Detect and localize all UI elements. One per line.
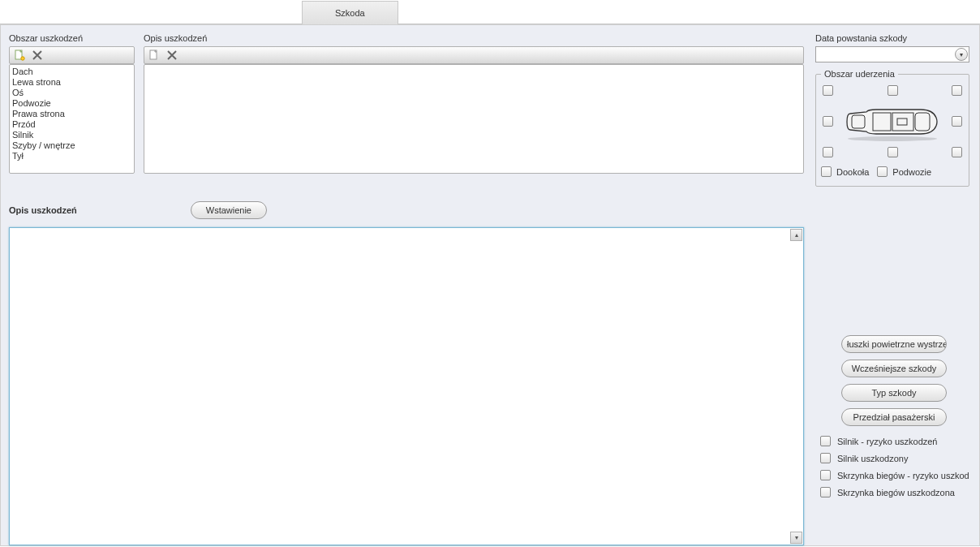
gearbox-damaged-checkbox[interactable] (820, 487, 831, 497)
impact-bot-left-checkbox[interactable] (823, 147, 833, 157)
new-icon[interactable] (148, 49, 161, 62)
engine-risk-checkbox[interactable] (820, 436, 831, 446)
damage-desc-list[interactable] (144, 64, 804, 174)
impact-grid (821, 85, 964, 157)
list-item[interactable]: Przód (12, 119, 131, 130)
description-title: Opis uszkodzeń (9, 205, 77, 215)
list-item[interactable]: Prawa strona (12, 109, 131, 119)
svg-point-3 (848, 136, 937, 141)
damage-area-panel: Obszar uszkodzeń Dach Lewa strona Oś Pod… (9, 33, 135, 174)
impact-top-right-checkbox[interactable] (952, 85, 962, 96)
gearbox-risk-checkbox[interactable] (820, 470, 831, 480)
impact-around-label: Dookoła (836, 167, 869, 177)
engine-damaged-label: Silnik uszkodzony (837, 454, 908, 463)
list-item[interactable]: Silnik (12, 130, 131, 140)
airbags-button[interactable]: łuszki powietrzne wystrze (841, 335, 947, 353)
list-item[interactable]: Podwozie (12, 98, 131, 109)
list-item[interactable]: Dach (12, 67, 131, 77)
impact-area-legend: Obszar uderzenia (821, 69, 898, 79)
impact-top-center-checkbox[interactable] (888, 85, 898, 96)
list-item[interactable]: Szyby / wnętrze (12, 140, 131, 151)
impact-top-left-checkbox[interactable] (823, 85, 833, 96)
damage-date-input[interactable]: ▾ (815, 46, 969, 62)
right-button-stack: łuszki powietrzne wystrze Wcześniejsze s… (841, 335, 955, 426)
impact-area-group: Obszar uderzenia (815, 69, 969, 187)
dropdown-icon[interactable]: ▾ (955, 48, 968, 61)
delete-icon[interactable] (31, 49, 44, 62)
right-checkbox-stack: Silnik - ryzyko uszkodzeń Silnik uszkodz… (820, 436, 979, 497)
list-item[interactable]: Oś (12, 88, 131, 98)
impact-mid-right-checkbox[interactable] (952, 116, 962, 127)
damage-desc-panel: Opis uszkodzeń (144, 33, 804, 174)
damage-desc-label: Opis uszkodzeń (144, 33, 804, 43)
impact-chassis-label: Podwozie (892, 167, 931, 177)
date-label: Data powstania szkody (815, 33, 973, 43)
impact-mid-left-checkbox[interactable] (823, 116, 833, 127)
list-item[interactable]: Lewa strona (12, 77, 131, 88)
svg-point-1 (21, 57, 24, 60)
description-textarea-wrap: ▴ ▾ (9, 227, 804, 545)
impact-around-checkbox[interactable] (821, 166, 832, 177)
damage-type-button[interactable]: Typ szkody (841, 384, 947, 402)
damage-area-toolbar (9, 46, 135, 64)
tab-bar: Szkoda (0, 0, 980, 24)
scroll-up-icon[interactable]: ▴ (790, 229, 802, 241)
impact-extra-row: Dookoła Podwozie (821, 166, 964, 177)
gearbox-risk-label: Skrzynka biegów - ryzyko uszkod (837, 471, 969, 480)
gearbox-damaged-label: Skrzynka biegów uszkodzona (837, 488, 955, 497)
damage-desc-toolbar (144, 46, 804, 64)
scroll-down-icon[interactable]: ▾ (790, 532, 802, 544)
delete-icon[interactable] (165, 49, 178, 62)
impact-bot-right-checkbox[interactable] (952, 147, 962, 157)
damage-area-list[interactable]: Dach Lewa strona Oś Podwozie Prawa stron… (9, 64, 135, 174)
impact-chassis-checkbox[interactable] (877, 166, 888, 177)
engine-damaged-checkbox[interactable] (820, 453, 831, 463)
main-panel: Obszar uszkodzeń Dach Lewa strona Oś Pod… (0, 24, 980, 546)
impact-bot-center-checkbox[interactable] (888, 147, 898, 157)
passenger-compartment-button[interactable]: Przedział pasażerski (841, 408, 947, 426)
damage-area-label: Obszar uszkodzeń (9, 33, 135, 43)
right-panel: Data powstania szkody ▾ Obszar uderzenia (815, 33, 973, 187)
insert-button[interactable]: Wstawienie (191, 201, 267, 219)
previous-damage-button[interactable]: Wcześniejsze szkody (841, 360, 947, 377)
tab-szkoda[interactable]: Szkoda (302, 1, 398, 24)
engine-risk-label: Silnik - ryzyko uszkodzeń (837, 437, 938, 446)
description-textarea[interactable] (10, 228, 790, 543)
description-section: Opis uszkodzeń Wstawienie ▴ ▾ (9, 200, 804, 545)
list-item[interactable]: Tył (12, 151, 131, 162)
new-icon[interactable] (13, 49, 26, 62)
car-icon (844, 101, 941, 142)
